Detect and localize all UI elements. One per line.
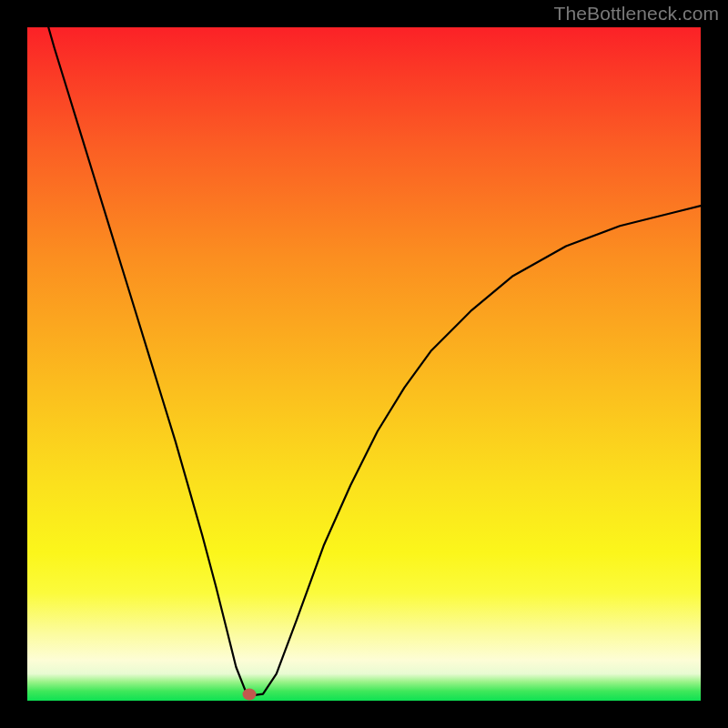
- chart-frame: TheBottleneck.com: [0, 0, 728, 728]
- bottleneck-curve: [27, 27, 701, 701]
- chart-plot-area: [27, 27, 701, 701]
- current-point-marker: [243, 688, 257, 700]
- watermark-text: TheBottleneck.com: [554, 3, 719, 25]
